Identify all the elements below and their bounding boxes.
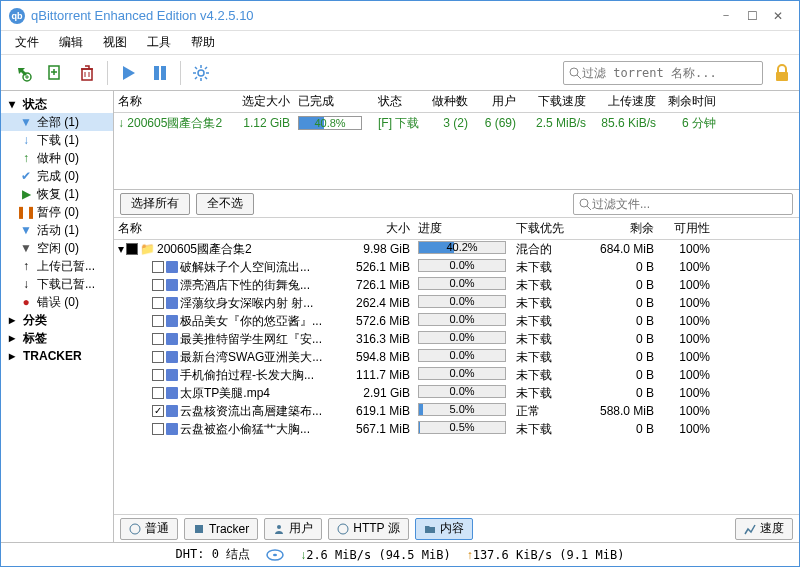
fcol-avail[interactable]: 可用性	[658, 220, 714, 237]
fcol-name[interactable]: 名称	[114, 220, 336, 237]
col-ul[interactable]: 上传速度	[590, 93, 660, 110]
tab-speed[interactable]: 速度	[735, 518, 793, 540]
fcol-prio[interactable]: 下载优先	[512, 220, 580, 237]
sidebar-section-tracker[interactable]: ▸TRACKER	[1, 347, 113, 365]
tab-general[interactable]: 普通	[120, 518, 178, 540]
sidebar-item[interactable]: ↓下载已暂...	[1, 275, 113, 293]
detail-tabs: 普通 Tracker 用户 HTTP 源 内容 速度	[114, 514, 799, 542]
filter-torrents-input[interactable]	[563, 61, 763, 85]
col-size[interactable]: 选定大小	[234, 93, 294, 110]
tab-content[interactable]: 内容	[415, 518, 473, 540]
dl-status: ↓2.6 MiB/s (94.5 MiB)	[300, 548, 451, 562]
file-row[interactable]: 手机偷拍过程-长发大胸...111.7 MiB0.0%未下载0 B100%	[114, 366, 799, 384]
svg-rect-4	[161, 66, 166, 80]
file-icon	[166, 261, 178, 273]
tab-tracker[interactable]: Tracker	[184, 518, 258, 540]
file-row[interactable]: 云盘被盗小偷猛艹大胸...567.1 MiB0.5%未下载0 B100%	[114, 420, 799, 438]
window-title: qBittorrent Enhanced Edition v4.2.5.10	[31, 8, 713, 23]
settings-button[interactable]	[187, 59, 215, 87]
select-all-button[interactable]: 选择所有	[120, 193, 190, 215]
col-seeds[interactable]: 做种数	[426, 93, 472, 110]
add-link-button[interactable]	[9, 59, 37, 87]
torrent-row[interactable]: ↓ 200605國產合集2 1.12 GiB 40.8% [F] 下载 3 (2…	[114, 113, 799, 133]
checkbox[interactable]	[152, 405, 164, 417]
menu-view[interactable]: 视图	[97, 32, 133, 53]
folder-icon	[424, 523, 436, 535]
checkbox[interactable]	[152, 279, 164, 291]
checkbox[interactable]	[152, 423, 164, 435]
file-row[interactable]: 云盘核资流出高層建築布...619.1 MiB5.0%正常588.0 MiB10…	[114, 402, 799, 420]
file-row[interactable]: 最美推特留学生网红『安...316.3 MiB0.0%未下载0 B100%	[114, 330, 799, 348]
file-row[interactable]: 极品美女『你的悠亞酱』...572.6 MiB0.0%未下载0 B100%	[114, 312, 799, 330]
col-dl[interactable]: 下载速度	[520, 93, 590, 110]
sidebar-item[interactable]: ✔完成 (0)	[1, 167, 113, 185]
file-row[interactable]: 最新台湾SWAG亚洲美大...594.8 MiB0.0%未下载0 B100%	[114, 348, 799, 366]
sidebar-item[interactable]: ❚❚暂停 (0)	[1, 203, 113, 221]
disk-icon	[266, 549, 284, 561]
sidebar-item[interactable]: ▶恢复 (1)	[1, 185, 113, 203]
file-icon	[166, 297, 178, 309]
filter-torrents-field[interactable]	[582, 66, 758, 80]
checkbox[interactable]	[152, 387, 164, 399]
http-icon	[337, 523, 349, 535]
maximize-button[interactable]: ☐	[739, 6, 765, 26]
menu-edit[interactable]: 编辑	[53, 32, 89, 53]
tab-peers[interactable]: 用户	[264, 518, 322, 540]
col-peers[interactable]: 用户	[472, 93, 520, 110]
sidebar-section-tags[interactable]: ▸标签	[1, 329, 113, 347]
sidebar-item[interactable]: ▼空闲 (0)	[1, 239, 113, 257]
progress-bar: 40.8%	[298, 116, 362, 130]
svg-point-11	[277, 525, 281, 529]
file-row[interactable]: 淫蕩纹身女深喉内射 射...262.4 MiB0.0%未下载0 B100%	[114, 294, 799, 312]
ul-status: ↑137.6 KiB/s (9.1 MiB)	[467, 548, 625, 562]
checkbox[interactable]	[152, 333, 164, 345]
col-done[interactable]: 已完成	[294, 93, 374, 110]
file-row[interactable]: 漂亮酒店下性的街舞兔...726.1 MiB0.0%未下载0 B100%	[114, 276, 799, 294]
checkbox[interactable]	[152, 297, 164, 309]
titlebar: qb qBittorrent Enhanced Edition v4.2.5.1…	[1, 1, 799, 31]
downloading-icon: ↓	[118, 116, 124, 130]
checkbox[interactable]	[152, 261, 164, 273]
close-button[interactable]: ✕	[765, 6, 791, 26]
sidebar-item[interactable]: ↑上传已暂...	[1, 257, 113, 275]
select-none-button[interactable]: 全不选	[196, 193, 254, 215]
menu-help[interactable]: 帮助	[185, 32, 221, 53]
fcol-prog[interactable]: 进度	[414, 220, 512, 237]
sidebar-item[interactable]: ↓下载 (1)	[1, 131, 113, 149]
sidebar-section-category[interactable]: ▸分类	[1, 311, 113, 329]
sidebar-item[interactable]: ↑做种 (0)	[1, 149, 113, 167]
filter-files-field[interactable]	[592, 197, 788, 211]
sidebar-section-status[interactable]: ▾状态	[1, 95, 113, 113]
chart-icon	[744, 523, 756, 535]
peers-icon	[273, 523, 285, 535]
file-icon	[166, 351, 178, 363]
svg-point-9	[130, 524, 140, 534]
menu-tools[interactable]: 工具	[141, 32, 177, 53]
tab-http[interactable]: HTTP 源	[328, 518, 408, 540]
minimize-button[interactable]: －	[713, 6, 739, 26]
folder-row[interactable]: ▾📁200605國產合集2 9.98 GiB 40.2% 混合的 684.0 M…	[114, 240, 799, 258]
svg-point-8	[580, 199, 588, 207]
pause-button[interactable]	[146, 59, 174, 87]
checkbox[interactable]	[152, 369, 164, 381]
fcol-size[interactable]: 大小	[336, 220, 414, 237]
resume-button[interactable]	[114, 59, 142, 87]
col-eta[interactable]: 剩余时间	[660, 93, 720, 110]
menu-file[interactable]: 文件	[9, 32, 45, 53]
lock-icon[interactable]	[773, 64, 791, 82]
sidebar-item[interactable]: ▼活动 (1)	[1, 221, 113, 239]
sidebar-item[interactable]: ▼全部 (1)	[1, 113, 113, 131]
file-row[interactable]: 太原TP美腿.mp42.91 GiB0.0%未下载0 B100%	[114, 384, 799, 402]
checkbox[interactable]	[126, 243, 138, 255]
checkbox[interactable]	[152, 315, 164, 327]
add-file-button[interactable]	[41, 59, 69, 87]
col-status[interactable]: 状态	[374, 93, 426, 110]
svg-rect-2	[82, 69, 92, 80]
col-name[interactable]: 名称	[114, 93, 234, 110]
sidebar-item[interactable]: ●错误 (0)	[1, 293, 113, 311]
delete-button[interactable]	[73, 59, 101, 87]
checkbox[interactable]	[152, 351, 164, 363]
file-row[interactable]: 破解妹子个人空间流出...526.1 MiB0.0%未下载0 B100%	[114, 258, 799, 276]
fcol-rem[interactable]: 剩余	[580, 220, 658, 237]
filter-files-input[interactable]	[573, 193, 793, 215]
